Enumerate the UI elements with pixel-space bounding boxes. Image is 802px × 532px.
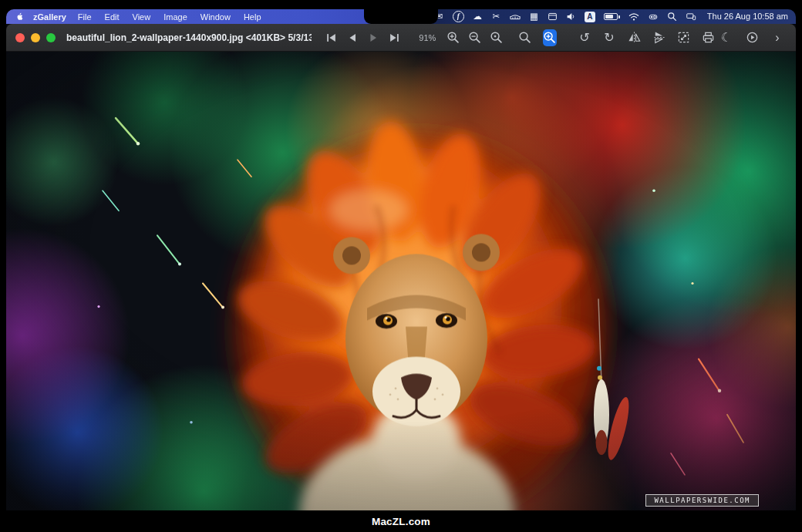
bridge-icon[interactable] <box>510 11 521 23</box>
menubar-status-area: ✉ f ☁ ✂ ▦ A Thu 26 Aug 10:58 am <box>415 11 788 23</box>
transform-group: ↺ ↻ <box>575 29 717 46</box>
flip-horizontal-button[interactable] <box>625 29 643 46</box>
wifi-icon[interactable] <box>628 11 639 23</box>
grid-icon[interactable]: ▦ <box>529 11 539 23</box>
f-circle-icon[interactable]: f <box>453 11 464 22</box>
control-center-icon[interactable] <box>648 11 659 23</box>
window-title: beautiful_lion_2-wallpaper-1440x900.jpg … <box>66 32 312 43</box>
magnifier-loupe-button[interactable] <box>517 29 531 46</box>
lion-artwork <box>6 52 796 510</box>
chin-brand-label: MacZL.com <box>0 516 802 527</box>
zoom-out-button[interactable] <box>465 29 484 46</box>
slideshow-play-button[interactable] <box>364 29 382 46</box>
last-image-button[interactable] <box>385 29 403 46</box>
titlebar-right-group: ☾ › <box>717 29 787 46</box>
minimize-button[interactable] <box>31 33 40 42</box>
window-titlebar: beautiful_lion_2-wallpaper-1440x900.jpg … <box>6 24 796 52</box>
dark-mode-moon-button[interactable]: ☾ <box>717 29 736 46</box>
first-image-button[interactable] <box>322 29 341 46</box>
fullscreen-button[interactable] <box>46 33 56 42</box>
zoom-in-button[interactable] <box>443 29 462 46</box>
battery-icon[interactable] <box>604 11 620 23</box>
previous-image-button[interactable] <box>343 29 362 46</box>
rotate-right-button[interactable]: ↻ <box>600 29 618 46</box>
zoom-level-label: 91% <box>419 33 436 42</box>
image-canvas[interactable]: WALLPAPERSWIDE.COM <box>6 52 796 510</box>
more-chevron-button[interactable]: › <box>768 29 787 46</box>
sidecar-icon[interactable] <box>686 11 696 23</box>
zoom-group <box>443 29 505 46</box>
apple-menu[interactable] <box>15 12 24 22</box>
apple-icon <box>15 12 24 22</box>
wallpaper-watermark: WALLPAPERSWIDE.COM <box>645 494 759 507</box>
volume-icon[interactable] <box>566 11 576 23</box>
zoom-fit-button[interactable] <box>487 29 505 46</box>
menu-image[interactable]: Image <box>163 12 187 22</box>
close-button[interactable] <box>15 33 25 42</box>
screen: zGallery File Edit View Image Window Hel… <box>6 9 796 510</box>
flip-vertical-button[interactable] <box>649 29 668 46</box>
feather-ornament <box>594 299 633 462</box>
menu-view[interactable]: View <box>133 12 151 22</box>
resize-button[interactable] <box>674 29 692 46</box>
zoom-tool-button[interactable] <box>543 29 557 46</box>
laptop-frame: zGallery File Edit View Image Window Hel… <box>0 0 802 532</box>
input-source-icon[interactable]: A <box>585 12 595 22</box>
slideshow-circle-button[interactable] <box>743 29 761 46</box>
scissors-icon[interactable]: ✂ <box>491 11 501 23</box>
print-button[interactable] <box>699 29 717 46</box>
traffic-lights <box>15 33 56 42</box>
app-menu-title[interactable]: zGallery <box>33 12 66 22</box>
window-icon[interactable] <box>548 11 558 23</box>
spotlight-search-icon[interactable] <box>667 11 677 23</box>
menu-file[interactable]: File <box>78 12 92 22</box>
rotate-left-button[interactable]: ↺ <box>575 29 594 46</box>
cloud-icon[interactable]: ☁ <box>473 11 483 23</box>
navigation-group <box>322 29 403 46</box>
menubar-clock[interactable]: Thu 26 Aug 10:58 am <box>707 11 788 23</box>
menu-window[interactable]: Window <box>200 12 231 22</box>
camera-notch <box>364 9 438 24</box>
menu-edit[interactable]: Edit <box>105 12 120 22</box>
menu-help[interactable]: Help <box>244 12 261 22</box>
